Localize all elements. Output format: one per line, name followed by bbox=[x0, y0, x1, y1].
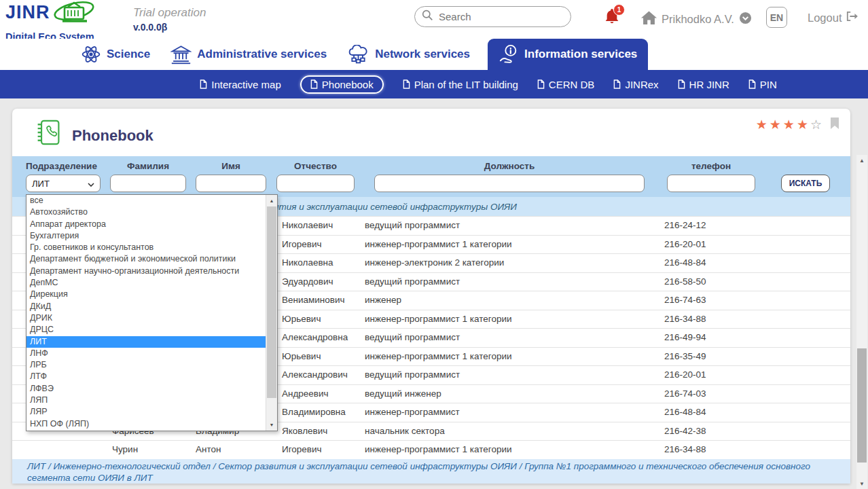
cell-middlename: Юрьевич bbox=[282, 314, 321, 324]
logout-button[interactable]: Logout bbox=[808, 11, 858, 24]
user-name: Prikhodko A.V. bbox=[662, 13, 734, 26]
table-row[interactable]: ЧуринАнтонИгоревичинженер-программист 1 … bbox=[12, 440, 850, 459]
cell-phone: 216-48-84 bbox=[664, 407, 706, 417]
cell-position: инженер-программист 1 категории bbox=[365, 444, 512, 454]
department-option[interactable]: Департамент бюджетной и экономической по… bbox=[26, 253, 266, 265]
position-input[interactable] bbox=[374, 175, 645, 192]
cell-lastname: Чурин bbox=[112, 444, 138, 454]
subtab-interactive-map[interactable]: Interactive map bbox=[200, 79, 281, 90]
user-menu[interactable]: Prikhodko A.V. bbox=[662, 12, 752, 27]
department-option[interactable]: Гр. советников и консультантов bbox=[26, 242, 266, 253]
star-empty-icon[interactable]: ☆ bbox=[810, 118, 822, 131]
filter-bar: Подразделение Фамилия Имя Отчество Должн… bbox=[12, 156, 850, 197]
cell-phone: 216-58-50 bbox=[664, 276, 706, 287]
department-option[interactable]: Дирекция bbox=[26, 289, 266, 300]
cell-middlename: Вениаминович bbox=[282, 295, 345, 305]
department-option[interactable]: Бухгалтерия bbox=[26, 230, 266, 242]
department-option[interactable]: Автохозяйство bbox=[26, 206, 266, 218]
scroll-up-icon[interactable]: ▲ bbox=[266, 195, 277, 206]
tab-administrative-services[interactable]: Administrative services bbox=[168, 39, 329, 70]
department-option[interactable]: НХП ОФ (ЛЯП) bbox=[26, 418, 266, 430]
department-option[interactable]: ЛЯР bbox=[26, 406, 266, 418]
department-option[interactable]: ДКиД bbox=[26, 301, 266, 312]
subtab-jinrex[interactable]: JINRex bbox=[613, 79, 658, 90]
department-select-value: ЛИТ bbox=[32, 179, 50, 189]
department-option[interactable]: Аппарат директора bbox=[26, 219, 266, 230]
subtab-label: Interactive map bbox=[211, 79, 281, 90]
subtab-pin[interactable]: PIN bbox=[748, 79, 777, 90]
language-toggle[interactable]: EN bbox=[766, 7, 787, 28]
chevron-down-icon bbox=[739, 12, 752, 27]
department-option[interactable]: ЛИТ bbox=[26, 336, 266, 348]
table-footer-text: ЛИТ / Инженерно-технологический отдел / … bbox=[27, 460, 822, 484]
cell-middlename: Владимировна bbox=[282, 407, 346, 417]
subtab-phonebook[interactable]: Phonebook bbox=[300, 75, 384, 94]
star-filled-icon[interactable]: ★ bbox=[770, 118, 781, 131]
tab-science[interactable]: Science bbox=[78, 39, 153, 70]
doc-icon bbox=[310, 79, 318, 89]
page-scroll-down-icon[interactable]: ▼ bbox=[856, 478, 867, 489]
subtab-lit-building-plan[interactable]: Plan of the LIT building bbox=[403, 79, 518, 90]
tab-label: Network services bbox=[375, 48, 470, 61]
department-option[interactable]: ЛЯП bbox=[26, 395, 266, 406]
cell-position: начальник сектора bbox=[365, 426, 445, 436]
trial-operation-note: Trial operation v.0.0.0β bbox=[133, 6, 206, 33]
firstname-input[interactable] bbox=[196, 175, 266, 192]
tab-network-services[interactable]: Network services bbox=[344, 39, 473, 70]
department-option[interactable]: ДепМС bbox=[26, 277, 266, 289]
phone-label: телефон bbox=[667, 161, 755, 171]
star-filled-icon[interactable]: ★ bbox=[797, 118, 808, 131]
page-scrollbar[interactable]: ▲ ▼ bbox=[856, 155, 867, 489]
subtab-label: Phonebook bbox=[322, 79, 374, 90]
department-option[interactable]: ЛТФ bbox=[26, 371, 266, 382]
star-filled-icon[interactable]: ★ bbox=[783, 118, 795, 131]
tab-label: Information services bbox=[524, 48, 637, 61]
bookmark-icon[interactable] bbox=[830, 117, 839, 132]
page-scroll-up-icon[interactable]: ▲ bbox=[856, 155, 867, 166]
search-placeholder: Search bbox=[439, 11, 471, 22]
home-button[interactable] bbox=[640, 10, 657, 29]
dropdown-scrollbar[interactable]: ▲ ▼ bbox=[266, 195, 277, 431]
department-option[interactable]: ДРЦС bbox=[26, 324, 266, 336]
firstname-label: Имя bbox=[196, 161, 266, 171]
cell-position: инженер-программист 1 категории bbox=[365, 351, 512, 361]
subtab-label: HR JINR bbox=[689, 79, 729, 90]
search-submit-button[interactable]: ИСКАТЬ bbox=[781, 175, 830, 192]
logout-icon bbox=[846, 11, 858, 24]
tab-label: Administrative services bbox=[197, 48, 327, 61]
cell-position: ведущий программист bbox=[365, 369, 460, 380]
department-select[interactable]: ЛИТ bbox=[26, 175, 101, 192]
middlename-input[interactable] bbox=[276, 175, 355, 192]
cell-position: инженер bbox=[365, 295, 401, 305]
cell-position: ведущий программист bbox=[365, 276, 460, 287]
scroll-down-icon[interactable]: ▼ bbox=[266, 419, 277, 431]
doc-icon bbox=[537, 79, 545, 89]
lastname-input[interactable] bbox=[110, 175, 186, 192]
cell-middlename: Эдуардович bbox=[282, 276, 333, 287]
department-option[interactable]: Департамент научно-организационной деяте… bbox=[26, 266, 266, 277]
dropdown-scroll-thumb[interactable] bbox=[267, 206, 276, 398]
cell-position: инженер-программист bbox=[365, 407, 460, 417]
department-option[interactable]: ЛФВЭ bbox=[26, 383, 266, 395]
subtab-hr-jinr[interactable]: HR JINR bbox=[678, 79, 729, 90]
cell-phone: 216-49-94 bbox=[664, 332, 706, 342]
tab-label: Science bbox=[107, 48, 150, 61]
star-filled-icon[interactable]: ★ bbox=[756, 118, 767, 131]
cell-position: инженер-программист 1 категории bbox=[365, 239, 512, 249]
jinr-logo[interactable]: JINR Digital Eco System bbox=[5, 2, 95, 42]
department-option[interactable]: ДРИК bbox=[26, 312, 266, 324]
doc-icon bbox=[613, 79, 621, 89]
position-label: Должность bbox=[374, 161, 645, 171]
tab-information-services[interactable]: Information services bbox=[488, 39, 648, 70]
rating-widget[interactable]: ★★★★☆ bbox=[756, 117, 839, 132]
subtab-cern-db[interactable]: CERN DB bbox=[537, 79, 595, 90]
table-footer: ЛИТ / Инженерно-технологический отдел / … bbox=[12, 459, 850, 484]
search-input[interactable]: Search bbox=[414, 6, 571, 27]
phone-input[interactable] bbox=[667, 175, 755, 192]
page-scroll-thumb[interactable] bbox=[857, 348, 867, 463]
department-option[interactable]: все bbox=[26, 195, 266, 206]
department-option[interactable]: ЛРБ bbox=[26, 359, 266, 371]
cell-phone: 216-34-88 bbox=[664, 314, 706, 324]
department-option[interactable]: ЛНФ bbox=[26, 348, 266, 359]
cell-phone: 216-34-88 bbox=[664, 444, 706, 454]
